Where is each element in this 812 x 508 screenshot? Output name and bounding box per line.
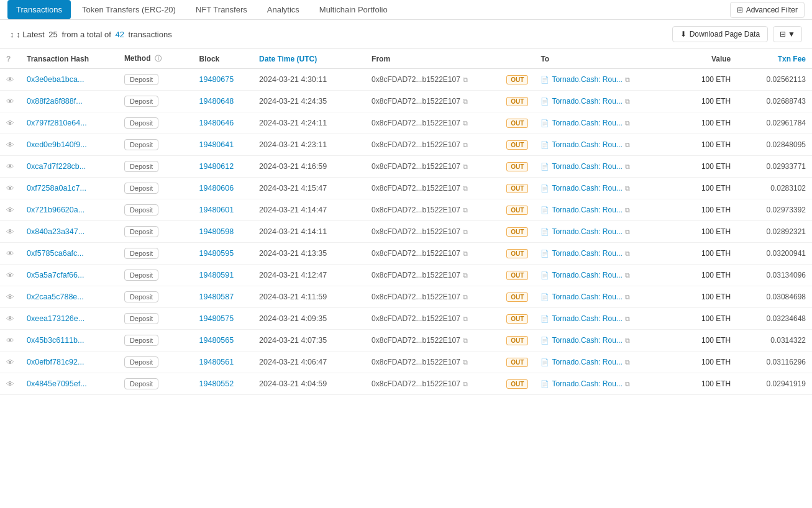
block-link[interactable]: 19480675 <box>199 75 234 84</box>
eye-icon[interactable]: 👁 <box>6 227 14 237</box>
eye-icon[interactable]: 👁 <box>6 119 14 128</box>
to-copy-icon[interactable]: ⧉ <box>625 163 630 171</box>
from-copy-icon[interactable]: ⧉ <box>463 315 468 323</box>
eye-icon[interactable]: 👁 <box>6 379 14 389</box>
block-link[interactable]: 19480591 <box>199 271 234 279</box>
th-txn-fee[interactable]: Txn Fee <box>737 49 812 69</box>
block-link[interactable]: 19480595 <box>199 249 234 258</box>
eye-icon[interactable]: 👁 <box>6 206 14 215</box>
to-copy-icon[interactable]: ⧉ <box>625 358 630 366</box>
eye-icon[interactable]: 👁 <box>6 358 14 367</box>
from-copy-icon[interactable]: ⧉ <box>463 271 468 279</box>
to-copy-icon[interactable]: ⧉ <box>625 315 630 323</box>
tx-hash-link[interactable]: 0x0efbf781c92... <box>27 358 84 366</box>
block-link[interactable]: 19480641 <box>199 140 234 149</box>
to-copy-icon[interactable]: ⧉ <box>625 184 630 193</box>
eye-icon[interactable]: 👁 <box>6 97 14 106</box>
block-link[interactable]: 19480646 <box>199 119 234 127</box>
tx-hash-link[interactable]: 0x797f2810e64... <box>27 119 87 127</box>
from-copy-icon[interactable]: ⧉ <box>463 141 468 149</box>
tx-hash-link[interactable]: 0xf5785ca6afc... <box>27 249 84 258</box>
from-copy-icon[interactable]: ⧉ <box>463 380 468 388</box>
eye-icon[interactable]: 👁 <box>6 140 14 150</box>
block-link[interactable]: 19480565 <box>199 336 234 345</box>
to-copy-icon[interactable]: ⧉ <box>625 250 630 258</box>
to-address-link[interactable]: Tornado.Cash: Rou... <box>552 119 622 127</box>
tx-hash-link[interactable]: 0xed0e9b140f9... <box>27 140 87 149</box>
to-copy-icon[interactable]: ⧉ <box>625 271 630 279</box>
th-datetime[interactable]: Date Time (UTC) <box>253 49 365 69</box>
eye-icon[interactable]: 👁 <box>6 184 14 193</box>
from-copy-icon[interactable]: ⧉ <box>463 98 468 106</box>
eye-icon[interactable]: 👁 <box>6 271 14 280</box>
eye-icon[interactable]: 👁 <box>6 162 14 171</box>
to-address-link[interactable]: Tornado.Cash: Rou... <box>552 379 622 388</box>
to-address-link[interactable]: Tornado.Cash: Rou... <box>552 336 622 345</box>
to-address-link[interactable]: Tornado.Cash: Rou... <box>552 75 622 84</box>
from-copy-icon[interactable]: ⧉ <box>463 76 468 84</box>
from-copy-icon[interactable]: ⧉ <box>463 119 468 127</box>
to-copy-icon[interactable]: ⧉ <box>625 98 630 106</box>
to-copy-icon[interactable]: ⧉ <box>625 337 630 345</box>
tx-hash-link[interactable]: 0x45b3c6111b... <box>27 336 84 345</box>
to-copy-icon[interactable]: ⧉ <box>625 141 630 149</box>
from-copy-icon[interactable]: ⧉ <box>463 337 468 345</box>
from-copy-icon[interactable]: ⧉ <box>463 358 468 366</box>
tx-hash-link[interactable]: 0x721b96620a... <box>27 206 84 214</box>
to-address-link[interactable]: Tornado.Cash: Rou... <box>552 140 622 149</box>
tx-hash-link[interactable]: 0x4845e7095ef... <box>27 379 87 388</box>
block-link[interactable]: 19480606 <box>199 184 234 193</box>
tab-analytics[interactable]: Analytics <box>258 0 308 19</box>
block-link[interactable]: 19480648 <box>199 97 234 106</box>
from-copy-icon[interactable]: ⧉ <box>463 228 468 236</box>
to-copy-icon[interactable]: ⧉ <box>625 228 630 236</box>
block-link[interactable]: 19480552 <box>199 379 234 388</box>
tab-transactions[interactable]: Transactions <box>7 0 71 19</box>
advanced-filter-button[interactable]: ⊟ Advanced Filter <box>730 2 805 18</box>
block-link[interactable]: 19480601 <box>199 206 234 214</box>
block-link[interactable]: 19480598 <box>199 227 234 236</box>
tx-hash-link[interactable]: 0x5a5a7cfaf66... <box>27 271 84 279</box>
to-address-link[interactable]: Tornado.Cash: Rou... <box>552 293 622 301</box>
to-copy-icon[interactable]: ⧉ <box>625 76 630 84</box>
to-address-link[interactable]: Tornado.Cash: Rou... <box>552 206 622 214</box>
to-address-link[interactable]: Tornado.Cash: Rou... <box>552 249 622 258</box>
to-copy-icon[interactable]: ⧉ <box>625 293 630 301</box>
block-link[interactable]: 19480612 <box>199 162 234 171</box>
block-link[interactable]: 19480575 <box>199 314 234 323</box>
tab-multichain-portfolio[interactable]: Multichain Portfolio <box>311 0 396 19</box>
from-copy-icon[interactable]: ⧉ <box>463 184 468 193</box>
to-address-link[interactable]: Tornado.Cash: Rou... <box>552 358 622 366</box>
from-copy-icon[interactable]: ⧉ <box>463 293 468 301</box>
tx-hash-link[interactable]: 0x840a23a347... <box>27 227 84 236</box>
tx-hash-link[interactable]: 0x2caa5c788e... <box>27 293 84 301</box>
tx-hash-link[interactable]: 0xeea173126e... <box>27 314 84 323</box>
from-copy-icon[interactable]: ⧉ <box>463 163 468 171</box>
eye-icon[interactable]: 👁 <box>6 249 14 258</box>
tab-token-transfers--erc-20-[interactable]: Token Transfers (ERC-20) <box>73 0 185 19</box>
eye-icon[interactable]: 👁 <box>6 336 14 345</box>
block-link[interactable]: 19480561 <box>199 358 234 366</box>
to-copy-icon[interactable]: ⧉ <box>625 206 630 214</box>
column-filter-button[interactable]: ⊟ ▼ <box>773 26 802 42</box>
to-copy-icon[interactable]: ⧉ <box>625 380 630 388</box>
summary-total-link[interactable]: 42 <box>115 30 124 39</box>
to-address-link[interactable]: Tornado.Cash: Rou... <box>552 162 622 171</box>
eye-icon[interactable]: 👁 <box>6 75 14 84</box>
eye-icon[interactable]: 👁 <box>6 293 14 302</box>
to-address-link[interactable]: Tornado.Cash: Rou... <box>552 314 622 323</box>
to-address-link[interactable]: Tornado.Cash: Rou... <box>552 227 622 236</box>
from-copy-icon[interactable]: ⧉ <box>463 250 468 258</box>
block-link[interactable]: 19480587 <box>199 293 234 301</box>
tx-hash-link[interactable]: 0x88f2a6f888f... <box>27 97 83 106</box>
tx-hash-link[interactable]: 0xca7d7f228cb... <box>27 162 86 171</box>
to-address-link[interactable]: Tornado.Cash: Rou... <box>552 184 622 193</box>
to-address-link[interactable]: Tornado.Cash: Rou... <box>552 271 622 279</box>
download-button[interactable]: ⬇ Download Page Data <box>672 26 768 42</box>
tx-hash-link[interactable]: 0x3e0eba1bca... <box>27 75 84 84</box>
tab-nft-transfers[interactable]: NFT Transfers <box>187 0 256 19</box>
eye-icon[interactable]: 👁 <box>6 314 14 324</box>
to-address-link[interactable]: Tornado.Cash: Rou... <box>552 97 622 106</box>
to-copy-icon[interactable]: ⧉ <box>625 119 630 127</box>
from-copy-icon[interactable]: ⧉ <box>463 206 468 214</box>
